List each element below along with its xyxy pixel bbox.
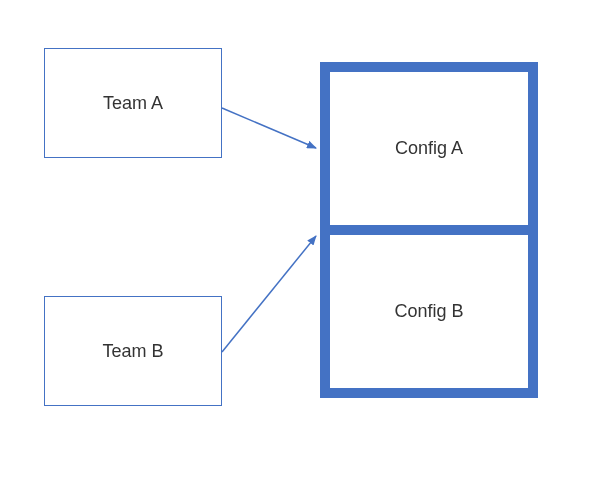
- team-a-box: Team A: [44, 48, 222, 158]
- config-b-label: Config B: [394, 301, 463, 322]
- config-container: Config A Config B: [320, 62, 538, 398]
- arrow-team-a-to-config: [222, 108, 316, 148]
- config-b-cell: Config B: [330, 235, 528, 388]
- config-a-cell: Config A: [330, 72, 528, 225]
- config-a-label: Config A: [395, 138, 463, 159]
- team-b-box: Team B: [44, 296, 222, 406]
- team-a-label: Team A: [103, 93, 163, 114]
- team-b-label: Team B: [102, 341, 163, 362]
- arrow-team-b-to-config: [222, 236, 316, 352]
